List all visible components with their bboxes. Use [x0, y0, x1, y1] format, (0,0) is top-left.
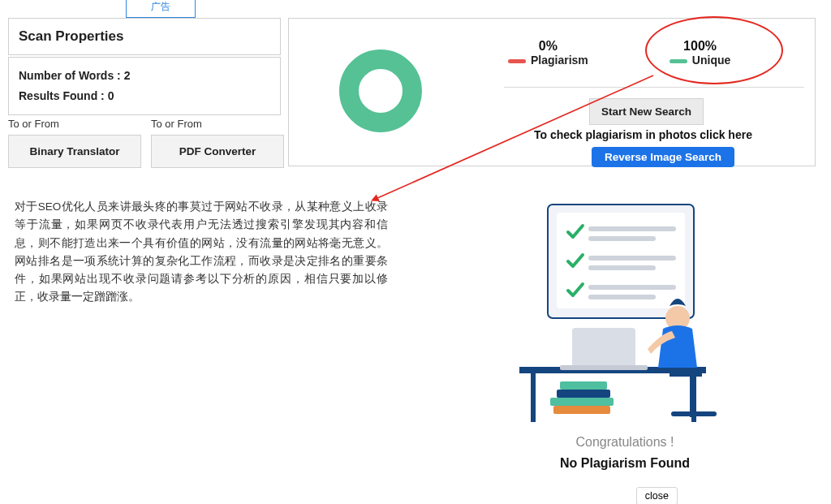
svg-rect-20	[560, 381, 607, 390]
close-button[interactable]: close	[636, 487, 678, 504]
unique-label: Unique	[670, 54, 730, 67]
binary-label: To or From	[8, 118, 141, 130]
pdf-col: To or From PDF Converter	[151, 118, 284, 168]
svg-rect-13	[560, 365, 648, 370]
analysis-text: 对于SEO优化人员来讲最头疼的事莫过于网站不收录，从某种意义上收录等于流量，如果…	[15, 198, 388, 307]
tools-row: To or From Binary Translator To or From …	[8, 118, 284, 168]
congrats-title: Congratulations !	[434, 435, 816, 450]
congrats-block: Congratulations ! No Plagiarism Found cl…	[434, 196, 816, 471]
results-row: Results Found : 0	[19, 86, 270, 106]
check-photos-text: To check plagiarism in photos click here	[534, 128, 752, 141]
svg-rect-16	[690, 377, 695, 417]
donut-chart	[339, 50, 422, 132]
divider	[504, 87, 804, 88]
words-value: 2	[124, 69, 131, 82]
start-new-search-button[interactable]: Start New Search	[589, 98, 704, 125]
plagiarism-stat: 0% Plagiarism	[508, 39, 588, 67]
unique-stat: 100% Unique	[670, 39, 730, 67]
svg-rect-17	[553, 406, 610, 414]
unique-percent: 100%	[670, 39, 730, 54]
results-value: 0	[108, 89, 114, 102]
percentages-row: 0% Plagiarism 100% Unique	[508, 39, 730, 67]
no-plagiarism-text: No Plagiarism Found	[434, 456, 816, 471]
plagiarism-percent: 0%	[508, 39, 588, 54]
unique-label-text: Unique	[692, 54, 730, 67]
scan-properties-card: Scan Properties	[8, 18, 281, 55]
reverse-image-search-button[interactable]: Reverse Image Search	[592, 147, 734, 167]
result-panel: 0% Plagiarism 100% Unique Start New Sear…	[288, 18, 816, 166]
svg-rect-15	[670, 368, 702, 377]
svg-rect-18	[550, 398, 614, 406]
scan-properties-title: Scan Properties	[19, 28, 270, 45]
plagiarism-swatch	[508, 59, 526, 63]
results-label: Results Found :	[19, 89, 108, 102]
congrats-illustration	[503, 196, 747, 432]
plagiarism-label: Plagiarism	[508, 54, 588, 67]
svg-rect-10	[531, 373, 536, 422]
plagiarism-label-text: Plagiarism	[531, 54, 588, 67]
unique-swatch	[670, 59, 687, 63]
scan-stats-card: Number of Words : 2 Results Found : 0	[8, 57, 281, 115]
svg-rect-12	[572, 328, 635, 368]
svg-rect-19	[557, 390, 610, 398]
pdf-converter-button[interactable]: PDF Converter	[151, 135, 284, 168]
words-row: Number of Words : 2	[19, 66, 270, 86]
binary-translator-button[interactable]: Binary Translator	[8, 135, 141, 168]
words-label: Number of Words :	[19, 69, 124, 82]
ad-tab: 广告	[126, 0, 196, 18]
binary-col: To or From Binary Translator	[8, 118, 141, 168]
pdf-label: To or From	[151, 118, 284, 130]
